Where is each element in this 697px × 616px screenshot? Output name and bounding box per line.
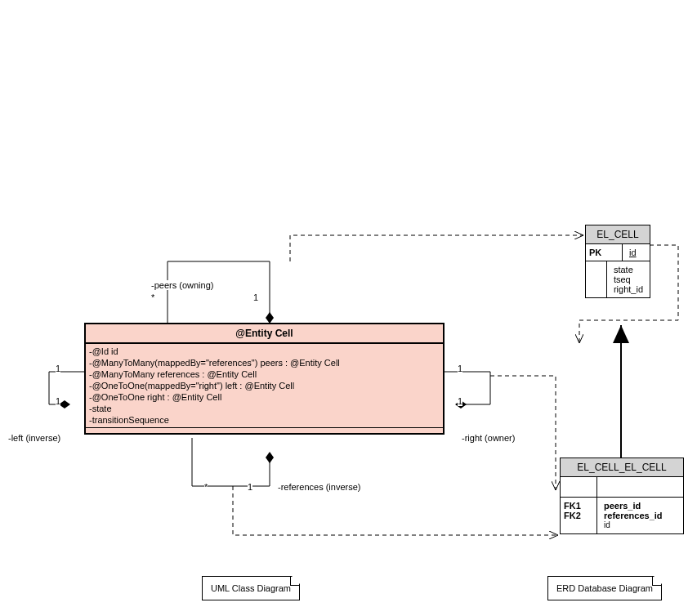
- erd-id-field: id: [604, 520, 677, 529]
- uml-class-methods: [86, 428, 443, 433]
- label-left-inverse: -left (inverse): [8, 433, 60, 443]
- label-left-one-top: 1: [56, 364, 60, 373]
- label-peers-owning: -peers (owning): [151, 280, 213, 290]
- label-peers-one: 1: [253, 292, 258, 302]
- erd-empty-row: [561, 477, 683, 498]
- label-left-one-bottom: 1: [56, 396, 60, 406]
- erd-fk1-field: peers_id: [604, 501, 677, 511]
- erd-empty: [561, 477, 597, 497]
- diagram-container: { "uml_class": { "title": "@Entity Cell"…: [0, 0, 697, 616]
- uml-class-attributes: -@Id id -@ManyToMany(mappedBy="reference…: [86, 344, 443, 428]
- label-right-one-top: 1: [458, 364, 462, 373]
- erd-fk-labels: FK1 FK2: [561, 498, 597, 533]
- erd-field: tseq: [614, 275, 643, 284]
- label-right-one-bottom: 1: [458, 396, 462, 406]
- label-ref-one: 1: [248, 482, 252, 492]
- erd-empty: [586, 261, 607, 297]
- erd-field: right_id: [614, 284, 643, 294]
- uml-class-entity-cell: @Entity Cell -@Id id -@ManyToMany(mapped…: [84, 323, 445, 435]
- erd-table-el-cell: EL_CELL PK id state tseq right_id: [585, 225, 650, 298]
- erd-fields-row: state tseq right_id: [586, 261, 650, 297]
- erd-fk-fields: peers_id references_id id: [597, 498, 683, 533]
- uml-attr: -@Id id: [89, 346, 440, 357]
- erd-table-el-cell-el-cell: EL_CELL_EL_CELL FK1 FK2 peers_id referen…: [560, 458, 684, 534]
- erd-title: EL_CELL_EL_CELL: [561, 458, 683, 477]
- erd-fk2-label: FK2: [564, 511, 593, 520]
- uml-attr: -@ManyToMany references : @Entity Cell: [89, 368, 440, 380]
- erd-pk-row: PK id: [586, 244, 650, 261]
- erd-empty: [597, 477, 683, 497]
- uml-attr: -transitionSequence: [89, 414, 440, 426]
- uml-class-title: @Entity Cell: [86, 324, 443, 344]
- erd-fk-row: FK1 FK2 peers_id references_id id: [561, 498, 683, 533]
- erd-fk1-label: FK1: [564, 501, 593, 511]
- label-ref-star: *: [204, 482, 208, 492]
- erd-empty: [564, 520, 593, 530]
- note-erd-text: ERD Database Diagram: [556, 583, 653, 593]
- erd-fk2-field: references_id: [604, 511, 677, 520]
- erd-title: EL_CELL: [586, 225, 650, 244]
- label-peers-star: *: [151, 292, 154, 302]
- erd-pk-label: PK: [586, 244, 623, 261]
- note-uml: UML Class Diagram: [202, 576, 300, 600]
- erd-pk-field: id: [623, 244, 650, 261]
- uml-attr: -state: [89, 403, 440, 414]
- label-right-owner: -right (owner): [462, 433, 515, 443]
- erd-field: state: [614, 265, 643, 275]
- note-erd: ERD Database Diagram: [547, 576, 662, 600]
- uml-attr: -@OneToOne(mappedBy="right") left : @Ent…: [89, 380, 440, 391]
- note-uml-text: UML Class Diagram: [211, 583, 291, 593]
- uml-attr: -@OneToOne right : @Entity Cell: [89, 391, 440, 403]
- label-references-inverse: -references (inverse): [278, 482, 360, 492]
- erd-fields: state tseq right_id: [607, 261, 650, 297]
- uml-attr: -@ManyToMany(mappedBy="references") peer…: [89, 357, 440, 368]
